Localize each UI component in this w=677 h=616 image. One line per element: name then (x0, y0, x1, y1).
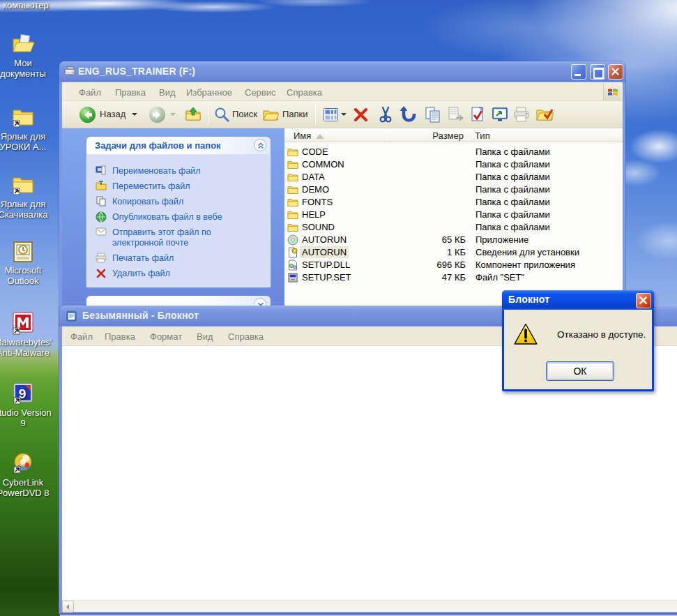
icon-uroki[interactable]: Ярлык дляУРОКИ А... (0, 105, 53, 152)
file-SETUP.DLL[interactable]: SETUP.DLL696 КБКомпонент приложения (284, 259, 623, 271)
file-AUTORUN[interactable]: AUTORUN65 КБПриложение (284, 234, 623, 246)
dialog-close[interactable] (636, 293, 651, 308)
explorer-titlebar: ENG_RUS_TRAINER (F:) (59, 61, 625, 82)
dialog-titlebar: Блокнот (502, 290, 654, 310)
file-FONTS[interactable]: FONTSПапка с файлами (284, 196, 623, 209)
dialog-ok[interactable]: ОК (546, 361, 614, 381)
icon-skachivalka[interactable]: Ярлык дляСкачивалка (0, 173, 53, 220)
file-SOUND[interactable]: SOUNDПапка с файлами (284, 221, 623, 234)
file-HELP[interactable]: HELPПапка с файлами (284, 209, 623, 221)
explorer-maximize[interactable] (590, 64, 605, 80)
file-COMMON[interactable]: COMMONПапка с файлами (284, 158, 623, 171)
file-DATA[interactable]: DATAПапка с файлами (284, 171, 623, 183)
dialog-body: Отказано в доступе. ОК (504, 310, 652, 389)
file-AUTORUN[interactable]: AUTORUN1 КБСведения для установки (284, 246, 623, 259)
explorer-minimize[interactable] (571, 64, 586, 80)
icon-outlook[interactable]: MicrosoftOutlook (0, 241, 53, 286)
notepad-message-dialog: Блокнот Отказано в доступе. ОК (502, 290, 654, 391)
icon-my-documents[interactable]: Моидокументы (0, 32, 53, 79)
explorer-menubar: Файл Правка Вид Избранное Сервис Справка (62, 82, 623, 101)
explorer-toolbar: Назад Поиск (62, 101, 623, 128)
tasks-box: Задачи для файлов и папок Переименовать … (86, 137, 271, 287)
notepad-hscrollbar (62, 600, 677, 612)
file-DEMO[interactable]: DEMOПапка с файлами (284, 183, 623, 196)
icon-malwarebytes[interactable]: Malwarebytes'Anti-Malware (0, 311, 53, 358)
file-SETUP.SET[interactable]: SETUP.SET47 КБФайл "SET" (284, 271, 623, 284)
file-CODE[interactable]: CODEПапка с файлами (284, 146, 623, 158)
explorer-close[interactable] (608, 64, 623, 80)
warning-icon (514, 323, 538, 345)
dialog-text: Отказано в доступе. (557, 329, 646, 340)
icon-computer[interactable]: компьютер (0, 0, 56, 10)
xp-desktop: компьютер Моидокументы Ярлык дляУРОКИ А.… (0, 0, 677, 616)
icon-powerdvd[interactable]: CyberLinkPowerDVD 8 (0, 451, 53, 498)
icon-studio9[interactable]: 9 studio Version9 (0, 382, 53, 428)
